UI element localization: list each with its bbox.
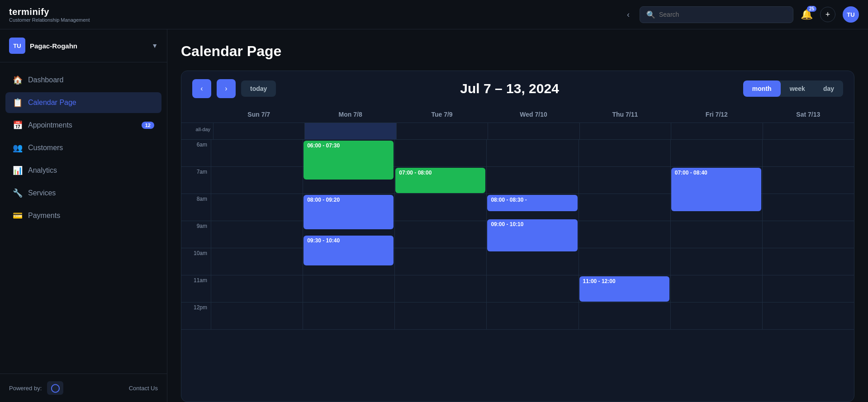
sidebar-item-label: Payments <box>28 212 60 220</box>
day-cell-col5-row5 <box>670 275 762 303</box>
calendar-event-6[interactable]: 07:00 - 08:40 <box>671 168 761 211</box>
header-col-6: Sat 7/13 <box>763 106 854 123</box>
day-cell-col6-row2 <box>762 194 854 221</box>
day-cell-col3-row5 <box>486 275 578 303</box>
day-cell-col2-row4 <box>394 248 486 275</box>
calendar-event-4[interactable]: 08:00 - 08:30 - <box>487 195 577 211</box>
day-cell-col3-row1 <box>486 167 578 194</box>
day-cell-col5-row0 <box>670 140 762 167</box>
sidebar-item-label: Customers <box>28 144 63 152</box>
day-cell-col6-row6 <box>762 303 854 330</box>
org-selector[interactable]: TU Pagac-Rogahn ▼ <box>0 29 167 62</box>
day-cell-col4-row2 <box>579 194 670 221</box>
allday-label: all-day <box>181 123 213 139</box>
brand: terminify Customer Relationship Manageme… <box>9 7 90 23</box>
hour-label-12pm: 12pm <box>181 303 211 330</box>
header-col-5: Fri 7/12 <box>671 106 762 123</box>
sidebar-item-analytics[interactable]: 📊 Analytics <box>5 160 161 181</box>
notification-button[interactable]: 🔔 25 <box>801 9 813 20</box>
calendar-event-7[interactable]: 11:00 - 12:00 <box>579 276 669 302</box>
sidebar-item-label: Calendar Page <box>28 99 76 107</box>
day-cell-col0-row0 <box>211 140 303 167</box>
allday-cell-6 <box>763 123 854 139</box>
brand-subtitle: Customer Relationship Management <box>9 17 90 23</box>
contact-us-link[interactable]: Contact Us <box>129 385 158 392</box>
customers-icon: 👥 <box>13 143 23 153</box>
sidebar-item-label: Services <box>28 189 56 197</box>
day-cell-col0-row2 <box>211 194 303 221</box>
day-cell-col3-row0 <box>486 140 578 167</box>
day-cell-col4-row6 <box>579 303 670 330</box>
chevron-down-icon: ▼ <box>152 42 158 49</box>
day-cell-col1-row5 <box>303 275 394 303</box>
time-grid[interactable]: 6am7am8am9am10am11am12pm06:00 - 07:3007:… <box>181 140 854 402</box>
main-content: Calendar Page ‹ › today Jul 7 – 13, 2024… <box>167 29 868 402</box>
calendar-container: ‹ › today Jul 7 – 13, 2024 monthweekday … <box>181 71 854 402</box>
allday-cell-5 <box>671 123 762 139</box>
top-nav: terminify Customer Relationship Manageme… <box>0 0 868 29</box>
header-col-4: Thu 7/11 <box>579 106 671 123</box>
header-col-0: Sun 7/7 <box>213 106 304 123</box>
sidebar-item-dashboard[interactable]: 🏠 Dashboard <box>5 70 161 90</box>
header-col-2: Tue 7/9 <box>396 106 488 123</box>
sidebar-footer: Powered by: ◯ Contact Us <box>0 374 167 402</box>
day-cell-col6-row5 <box>762 275 854 303</box>
hour-label-9am: 9am <box>181 221 211 248</box>
day-cell-col6-row3 <box>762 221 854 248</box>
calendar-toolbar: ‹ › today Jul 7 – 13, 2024 monthweekday <box>181 71 854 106</box>
allday-cell-3 <box>488 123 579 139</box>
add-button[interactable]: + <box>820 7 835 22</box>
day-cell-col0-row4 <box>211 248 303 275</box>
search-input[interactable] <box>659 11 787 18</box>
view-btn-day[interactable]: day <box>814 80 843 97</box>
day-cell-col0-row6 <box>211 303 303 330</box>
services-icon: 🔧 <box>13 188 23 198</box>
day-cell-col2-row3 <box>394 221 486 248</box>
appointments-icon: 📅 <box>13 120 23 130</box>
time-col-header <box>181 106 213 123</box>
nav-badge-appointments: 12 <box>142 122 154 129</box>
view-toggle: monthweekday <box>743 80 843 97</box>
day-cell-col4-row4 <box>579 248 670 275</box>
day-cell-col2-row5 <box>394 275 486 303</box>
prev-button[interactable]: ‹ <box>192 79 211 98</box>
sidebar-item-appointments[interactable]: 📅 Appointments 12 <box>5 115 161 136</box>
calendar-event-0[interactable]: 06:00 - 07:30 <box>304 141 394 180</box>
day-cell-col4-row3 <box>579 221 670 248</box>
sidebar-item-label: Analytics <box>28 166 57 175</box>
sidebar-item-calendar[interactable]: 📋 Calendar Page <box>5 92 161 113</box>
calendar-icon: 📋 <box>13 98 23 108</box>
payments-icon: 💳 <box>13 211 23 221</box>
today-button[interactable]: today <box>241 80 276 97</box>
allday-cell-2 <box>396 123 488 139</box>
day-cell-col6-row1 <box>762 167 854 194</box>
calendar-event-5[interactable]: 09:00 - 10:10 <box>487 219 577 251</box>
page-title: Calendar Page <box>181 43 854 60</box>
calendar-event-3[interactable]: 09:30 - 10:40 <box>304 236 394 265</box>
dashboard-icon: 🏠 <box>13 75 23 85</box>
sidebar-item-services[interactable]: 🔧 Services <box>5 183 161 203</box>
sidebar-nav: 🏠 Dashboard 📋 Calendar Page 📅 Appointmen… <box>0 62 167 374</box>
day-cell-col4-row0 <box>579 140 670 167</box>
sidebar-item-customers[interactable]: 👥 Customers <box>5 137 161 158</box>
next-button[interactable]: › <box>217 79 236 98</box>
sidebar-item-payments[interactable]: 💳 Payments <box>5 205 161 226</box>
collapse-sidebar-button[interactable]: ‹ <box>624 7 632 22</box>
hour-label-10am: 10am <box>181 248 211 275</box>
day-cell-col3-row6 <box>486 303 578 330</box>
hour-label-7am: 7am <box>181 167 211 194</box>
calendar-event-1[interactable]: 07:00 - 08:00 <box>395 168 485 193</box>
header-col-1: Mon 7/8 <box>304 106 396 123</box>
calendar-grid-wrapper: Sun 7/7Mon 7/8Tue 7/9Wed 7/10Thu 7/11Fri… <box>181 106 854 402</box>
view-btn-week[interactable]: week <box>781 80 814 97</box>
day-cell-col6-row0 <box>762 140 854 167</box>
user-avatar-button[interactable]: TU <box>843 6 859 23</box>
org-avatar: TU <box>9 38 25 54</box>
day-cell-col5-row6 <box>670 303 762 330</box>
view-btn-month[interactable]: month <box>743 80 781 97</box>
day-cell-col1-row6 <box>303 303 394 330</box>
day-cell-col2-row6 <box>394 303 486 330</box>
calendar-event-2[interactable]: 08:00 - 09:20 <box>304 195 394 229</box>
sidebar-item-label: Dashboard <box>28 76 63 84</box>
allday-cell-1 <box>304 123 396 139</box>
